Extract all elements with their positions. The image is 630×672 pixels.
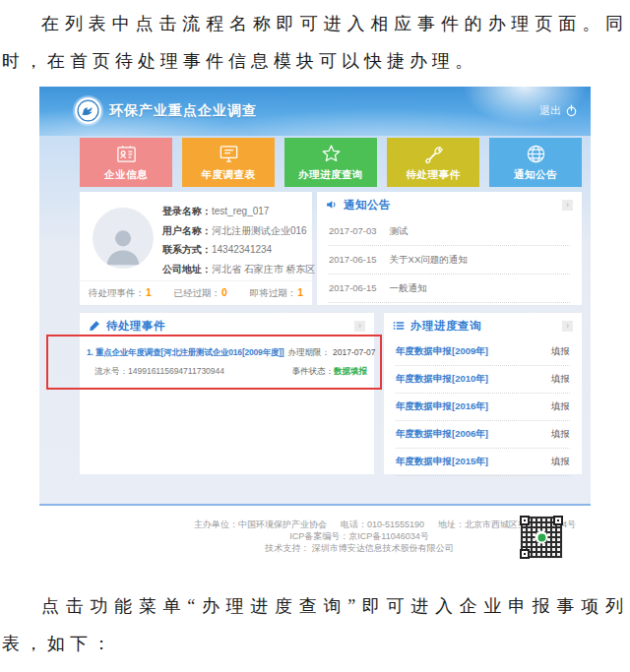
progress-item-status: 填报 xyxy=(551,421,570,448)
document-page: 在列表中点击流程名称即可进入相应事件的办理页面。同时，在首页待处理事件信息模块可… xyxy=(0,0,630,672)
pending-event-line-2: 流水号：149916115694711730944 事件状态：数据填报 xyxy=(87,362,367,381)
notices-more-button[interactable]: › xyxy=(562,200,573,211)
profile-card: 登录名称：test_reg_017 用户名称：河北注册测试企业016 联系方式：… xyxy=(80,192,312,305)
avatar xyxy=(93,208,154,269)
field-label: 公司地址： xyxy=(162,264,212,275)
progress-item-status: 填报 xyxy=(551,449,570,475)
pending-event-item: 1. 重点企业年度调查[河北注册测试企业016[2009年度]] 办理期限：20… xyxy=(86,341,368,389)
pending-more-button[interactable]: › xyxy=(354,321,365,332)
tile-pending-events[interactable]: 待处理事件 xyxy=(387,138,479,187)
monitor-icon xyxy=(218,143,240,165)
profile-stats: 待处理事件：1 已经过期：0 即将过期：1 xyxy=(80,280,312,305)
pending-event-line-1: 1. 重点企业年度调查[河北注册测试企业016[2009年度]] 办理期限：20… xyxy=(87,343,367,362)
footer-sponsor: 主办单位：中国环境保护产业协会 xyxy=(194,519,327,529)
pending-events-header: 待处理事件 › xyxy=(80,313,374,338)
event-status: 事件状态：数据填报 xyxy=(292,362,368,381)
doc-paragraph-top: 在列表中点击流程名称即可进入相应事件的办理页面。同时，在首页待处理事件信息模块可… xyxy=(2,0,628,80)
progress-item: 年度数据申报[2010年] 填报 xyxy=(396,366,570,394)
progress-item: 年度数据申报[2009年] 填报 xyxy=(396,338,570,366)
speaker-icon xyxy=(326,199,338,211)
progress-item-status: 填报 xyxy=(551,394,570,420)
panel-title: 办理进度查询 xyxy=(410,319,481,334)
list-icon xyxy=(393,320,405,332)
menu-tiles: 企业信息 年度调查表 办理进度查询 待处理事件 xyxy=(80,138,582,187)
app-screenshot: 环保产业重点企业调查 退出 企业信息 年度调查表 xyxy=(39,87,591,574)
stat-pending-events: 待处理事件：1 xyxy=(89,286,152,300)
progress-item: 年度数据申报[2015年] 填报 xyxy=(396,449,570,476)
serial-number: 流水号：149916115694711730944 xyxy=(87,362,224,381)
tile-progress-query[interactable]: 办理进度查询 xyxy=(284,138,377,187)
globe-icon xyxy=(525,143,547,165)
tile-company-info[interactable]: 企业信息 xyxy=(80,138,172,187)
footer-icp: ICP备案编号：京ICP备11046034号 xyxy=(187,530,532,542)
panel-title: 待处理事件 xyxy=(106,319,165,334)
progress-item: 年度数据申报[2016年] 填报 xyxy=(396,394,570,421)
profile-fields: 登录名称：test_reg_017 用户名称：河北注册测试企业016 联系方式：… xyxy=(162,202,310,278)
footer-line-1: 主办单位：中国环境保护产业协会电话：010-51555190地址：北京市西城区扣… xyxy=(187,519,532,530)
tile-annual-survey-form[interactable]: 年度调查表 xyxy=(182,138,275,187)
notice-date: 2017-06-15 xyxy=(329,246,377,274)
progress-item-link[interactable]: 年度数据申报[2016年] xyxy=(396,394,488,420)
notice-text: 一般通知 xyxy=(390,275,427,302)
progress-item-link[interactable]: 年度数据申报[2010年] xyxy=(396,366,488,393)
stat-expiring: 即将过期：1 xyxy=(250,286,303,300)
progress-query-panel: 办理进度查询 › 年度数据申报[2009年] 填报 年度数据申报[2010年] … xyxy=(384,313,582,474)
tile-label: 办理进度查询 xyxy=(298,168,363,182)
footer-text: 主办单位：中国环境保护产业协会电话：010-51555190地址：北京市西城区扣… xyxy=(187,519,532,554)
notices-header: 通知公告 › xyxy=(317,192,582,217)
logout-button[interactable]: 退出 xyxy=(539,103,578,118)
status-value: 数据填报 xyxy=(334,366,367,376)
tile-label: 待处理事件 xyxy=(407,168,461,182)
pen-icon xyxy=(89,320,100,332)
notice-item[interactable]: 2017-06-15 一般通知 xyxy=(329,275,570,303)
panel-title: 通知公告 xyxy=(344,198,391,213)
field-label: 联系方式： xyxy=(162,244,212,255)
stat-value: 1 xyxy=(297,286,303,298)
app-brand: 环保产业重点企业调查 xyxy=(75,97,257,124)
tile-notices[interactable]: 通知公告 xyxy=(489,138,582,187)
progress-item: 年度数据申报[2006年] 填报 xyxy=(396,421,570,449)
qr-finder-icon xyxy=(520,516,530,525)
notice-text: 测试 xyxy=(390,217,409,245)
app-logo-icon xyxy=(75,97,101,124)
wrench-icon xyxy=(422,143,445,165)
progress-more-button[interactable]: › xyxy=(562,321,573,332)
notice-text: 关于XX问题的通知 xyxy=(390,246,468,274)
progress-item-status: 填报 xyxy=(551,338,570,365)
app-header: 环保产业重点企业调查 退出 xyxy=(39,87,591,136)
deadline: 办理期限：2017-07-07 xyxy=(288,343,376,362)
progress-query-header: 办理进度查询 › xyxy=(384,313,582,338)
stat-value: 0 xyxy=(221,286,227,298)
profile-field-contact: 联系方式：14342341234 xyxy=(162,240,310,260)
qr-center-logo-icon xyxy=(536,531,548,544)
notices-panel: 通知公告 › 2017-07-03 测试 2017-06-15 关于XX问题的通… xyxy=(317,192,582,305)
stat-value: 1 xyxy=(146,286,152,298)
field-value: 河北省 石家庄市 桥东区 xyxy=(212,264,316,275)
profile-field-address: 公司地址：河北省 石家庄市 桥东区 xyxy=(162,260,310,279)
tile-label: 年度调查表 xyxy=(202,168,256,182)
stat-expired: 已经过期：0 xyxy=(174,286,227,300)
progress-item-link[interactable]: 年度数据申报[2006年] xyxy=(396,421,488,448)
logout-label: 退出 xyxy=(539,103,561,118)
person-icon xyxy=(100,223,146,269)
qr-finder-icon xyxy=(553,516,563,525)
tile-label: 通知公告 xyxy=(514,168,557,182)
notice-date: 2017-06-15 xyxy=(329,275,377,302)
star-icon xyxy=(320,143,343,165)
pending-event-link[interactable]: 1. 重点企业年度调查[河北注册测试企业016[2009年度]] xyxy=(87,343,284,362)
field-value: test_reg_017 xyxy=(212,206,269,216)
progress-item-status: 填报 xyxy=(551,366,570,393)
doc-paragraph-bottom: 点击功能菜单“办理进度查询”即可进入企业申报事项列表，如下： xyxy=(2,574,628,662)
progress-item-link[interactable]: 年度数据申报[2009年] xyxy=(396,338,488,365)
notice-item[interactable]: 2017-06-15 关于XX问题的通知 xyxy=(329,246,570,275)
field-label: 登录名称： xyxy=(162,206,212,216)
qr-finder-icon xyxy=(520,549,530,559)
qr-code xyxy=(520,516,563,559)
tile-label: 企业信息 xyxy=(104,168,148,182)
notice-item[interactable]: 2017-07-03 测试 xyxy=(329,217,570,246)
progress-item-link[interactable]: 年度数据申报[2015年] xyxy=(396,449,488,475)
footer-phone: 电话：010-51555190 xyxy=(341,519,424,529)
app-title: 环保产业重点企业调查 xyxy=(109,102,257,120)
pending-events-panel: 待处理事件 › 1. 重点企业年度调查[河北注册测试企业016[2009年度]]… xyxy=(80,313,374,474)
field-value: 14342341234 xyxy=(212,244,272,255)
